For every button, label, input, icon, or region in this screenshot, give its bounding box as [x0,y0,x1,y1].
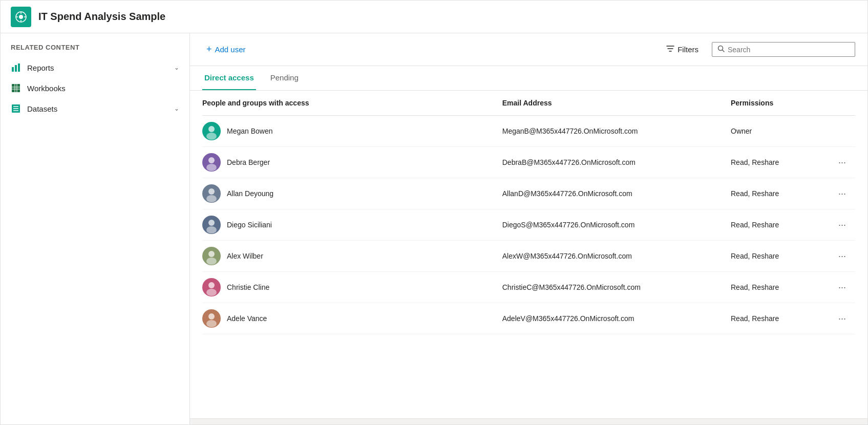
toolbar: + Add user Filters [190,33,867,66]
user-name: Christie Cline [227,283,269,291]
filters-label: Filters [678,45,698,54]
sidebar-workbooks-label: Workbooks [27,84,179,93]
header: IT Spend Analysis Sample [1,1,867,33]
user-cell-6: Adele Vance [202,303,496,334]
plus-icon: + [206,44,212,55]
avatar [202,247,221,265]
user-name: Adele Vance [227,314,267,323]
table-header-row: People and groups with access Email Addr… [202,91,855,116]
col-header-people: People and groups with access [202,91,496,116]
permissions-cell-5: Read, Reshare ··· [725,272,855,303]
permissions-cell-1: Read, Reshare ··· [725,147,855,178]
user-cell-0: Megan Bowen [202,116,496,147]
bar-chart-icon [11,62,21,73]
permissions-cell-6: Read, Reshare ··· [725,303,855,334]
user-cell-2: Allan Deyoung [202,178,496,209]
avatar [202,153,221,172]
tab-pending[interactable]: Pending [268,66,301,90]
svg-rect-8 [18,63,20,72]
filters-button[interactable]: Filters [661,41,704,57]
add-user-button[interactable]: + Add user [202,41,250,58]
col-header-email: Email Address [496,91,725,116]
svg-point-29 [206,258,217,265]
email-cell-4: AlexW@M365x447726.OnMicrosoft.com [496,241,725,272]
more-options-button[interactable]: ··· [835,157,849,168]
col-header-permissions: Permissions [725,91,855,116]
user-name: Diego Siciliani [227,221,272,229]
excel-icon [11,83,21,93]
avatar [202,278,221,296]
reports-chevron-icon: ⌄ [174,64,179,71]
permissions-text: Read, Reshare [731,314,779,323]
user-cell-3: Diego Siciliani [202,209,496,241]
search-box[interactable] [712,42,855,57]
user-cell-1: Debra Berger [202,147,496,178]
search-input[interactable] [728,46,850,54]
more-options-button[interactable]: ··· [835,219,849,230]
permissions-cell-3: Read, Reshare ··· [725,209,855,241]
add-user-label: Add user [215,45,246,54]
permissions-text: Read, Reshare [731,283,779,291]
more-options-button[interactable]: ··· [835,250,849,262]
svg-point-21 [206,133,217,140]
more-options-button[interactable]: ··· [835,313,849,324]
permissions-cell-0: Owner [725,116,855,147]
user-name: Alex Wilber [227,252,263,260]
svg-point-27 [206,226,217,233]
sidebar: Related content Reports ⌄ [1,33,190,424]
app-container: IT Spend Analysis Sample Related content… [0,0,868,425]
svg-point-33 [206,320,217,327]
svg-point-24 [208,188,215,195]
user-cell-4: Alex Wilber [202,241,496,272]
svg-rect-6 [12,67,14,72]
avatar [202,122,221,140]
svg-rect-9 [12,84,20,92]
permissions-cell-4: Read, Reshare ··· [725,241,855,272]
table-container: People and groups with access Email Addr… [190,91,867,418]
table-row: Christie Cline ChristieC@M365x447726.OnM… [202,272,855,303]
email-cell-2: AllanD@M365x447726.OnMicrosoft.com [496,178,725,209]
svg-point-26 [208,220,215,226]
avatar [202,184,221,203]
permissions-text: Read, Reshare [731,158,779,166]
svg-line-19 [723,50,725,52]
svg-point-28 [208,251,215,257]
filter-icon [666,45,674,54]
bottom-scrollbar [190,418,867,424]
sidebar-datasets-label: Datasets [27,104,174,113]
more-options-button[interactable]: ··· [835,282,849,293]
sidebar-reports-label: Reports [27,63,174,72]
svg-rect-7 [15,65,17,72]
app-icon [11,7,31,27]
avatar [202,309,221,328]
svg-point-32 [208,313,215,320]
table-row: Adele Vance AdeleV@M365x447726.OnMicroso… [202,303,855,334]
svg-point-30 [208,282,215,288]
dataset-icon [11,103,21,114]
permissions-text: Read, Reshare [731,189,779,198]
page-title: IT Spend Analysis Sample [38,11,165,23]
sidebar-item-reports[interactable]: Reports ⌄ [1,57,189,78]
search-icon [717,45,725,54]
tabs: Direct access Pending [190,66,867,91]
svg-point-20 [208,126,215,132]
user-name: Megan Bowen [227,127,273,135]
more-options-button[interactable]: ··· [835,188,849,199]
email-cell-5: ChristieC@M365x447726.OnMicrosoft.com [496,272,725,303]
svg-point-25 [206,195,217,202]
table-row: Megan Bowen MeganB@M365x447726.OnMicroso… [202,116,855,147]
sidebar-item-datasets[interactable]: Datasets ⌄ [1,98,189,119]
svg-point-1 [19,15,23,19]
table-row: Alex Wilber AlexW@M365x447726.OnMicrosof… [202,241,855,272]
sidebar-item-workbooks[interactable]: Workbooks [1,78,189,98]
permissions-cell-2: Read, Reshare ··· [725,178,855,209]
permissions-text: Read, Reshare [731,221,779,229]
table-row: Debra Berger DebraB@M365x447726.OnMicros… [202,147,855,178]
svg-point-31 [206,289,217,296]
permissions-text: Owner [731,127,752,135]
datasets-chevron-icon: ⌄ [174,105,179,112]
table-row: Diego Siciliani DiegoS@M365x447726.OnMic… [202,209,855,241]
tab-direct-access[interactable]: Direct access [202,66,256,90]
permissions-text: Read, Reshare [731,252,779,260]
access-table: People and groups with access Email Addr… [202,91,855,334]
